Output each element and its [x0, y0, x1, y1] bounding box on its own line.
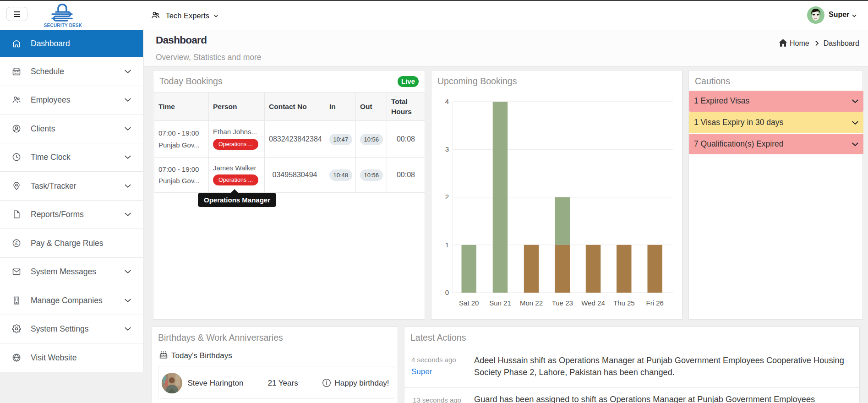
svg-text:Wed 24: Wed 24: [581, 299, 605, 307]
svg-text:2: 2: [445, 193, 449, 201]
svg-text:Fri 26: Fri 26: [646, 299, 664, 307]
svg-text:1: 1: [445, 241, 449, 249]
svg-text:Sat 20: Sat 20: [459, 299, 479, 307]
svg-text:Sun 21: Sun 21: [489, 299, 511, 307]
svg-text:3: 3: [445, 145, 449, 153]
svg-text:Tue 23: Tue 23: [552, 299, 573, 307]
svg-text:4: 4: [445, 98, 449, 105]
svg-text:Thu 25: Thu 25: [613, 299, 635, 307]
svg-text:0: 0: [445, 289, 449, 296]
svg-text:Mon 22: Mon 22: [520, 299, 543, 307]
svg-text:£: £: [15, 240, 18, 246]
